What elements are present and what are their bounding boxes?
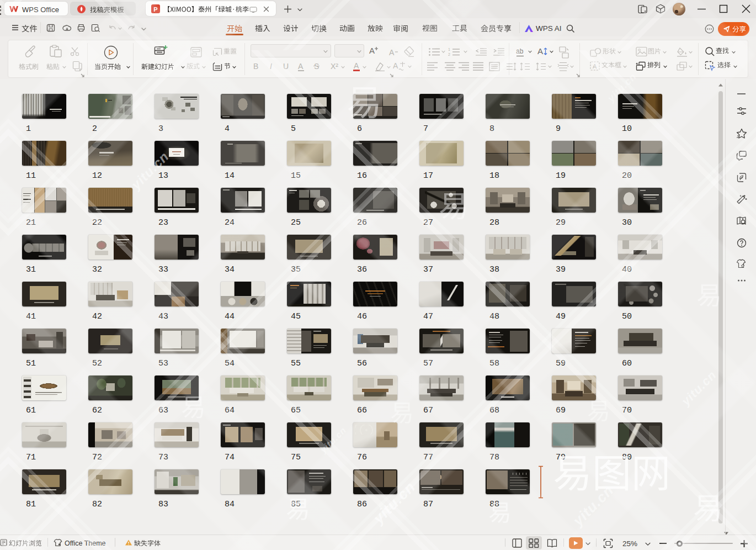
svg-text:A: A bbox=[389, 48, 395, 57]
svg-text:2: 2 bbox=[448, 52, 450, 56]
svg-text:ab: ab bbox=[516, 47, 524, 55]
svg-text:A: A bbox=[537, 46, 543, 56]
svg-text:A: A bbox=[593, 63, 597, 70]
svg-text:A: A bbox=[369, 46, 375, 55]
svg-text:1: 1 bbox=[448, 47, 450, 51]
svg-text:A: A bbox=[393, 61, 398, 70]
svg-text:P: P bbox=[153, 6, 157, 13]
